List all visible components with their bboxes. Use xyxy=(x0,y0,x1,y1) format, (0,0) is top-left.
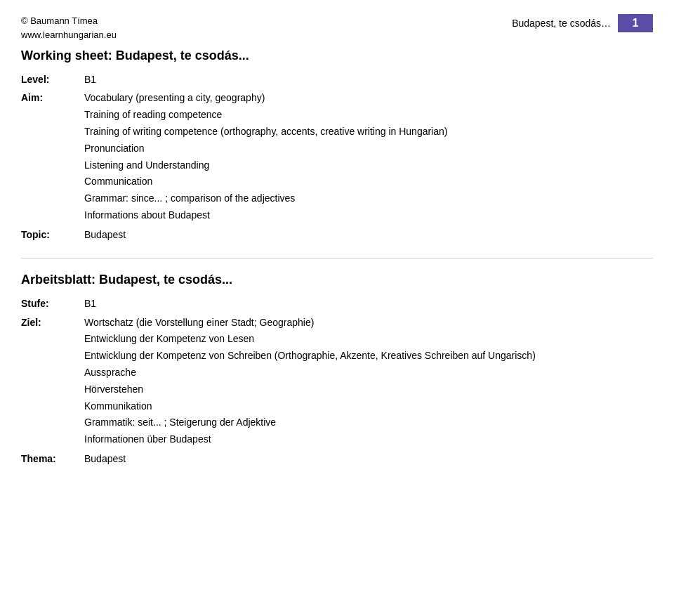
stufe-value: B1 xyxy=(84,294,653,313)
ziel-row: Ziel: Wortschatz (die Vorstellung einer … xyxy=(21,313,653,450)
ziel-label: Ziel: xyxy=(21,313,84,450)
german-section-title: Arbeitsblatt: Budapest, te csodás... xyxy=(21,273,653,287)
thema-row: Thema: Budapest xyxy=(21,450,653,468)
page-number-badge: 1 xyxy=(618,14,653,32)
ziel-item: Aussprache xyxy=(84,365,653,381)
ziel-items-container: Wortschatz (die Vorstellung einer Stadt;… xyxy=(84,315,653,448)
aim-label: Aim: xyxy=(21,89,84,225)
aim-item: Pronunciation xyxy=(84,140,653,157)
german-section: Arbeitsblatt: Budapest, te csodás... Stu… xyxy=(21,273,653,468)
topic-row: Topic: Budapest xyxy=(21,225,653,244)
topic-label: Topic: xyxy=(21,225,84,244)
ziel-item: Kommunikation xyxy=(84,398,653,415)
page-container: © Baumann Tímea www.learnhungarian.eu Bu… xyxy=(0,0,674,485)
header-right: Budapest, te csodás… 1 xyxy=(512,14,653,32)
ziel-item: Grammatik: seit... ; Steigerung der Adje… xyxy=(84,414,653,431)
aim-item: Vocabulary (presenting a city, geography… xyxy=(84,90,653,107)
aim-items-container: Vocabulary (presenting a city, geography… xyxy=(84,90,653,223)
level-label: Level: xyxy=(21,70,84,89)
aim-item: Training of writing competence (orthogra… xyxy=(84,124,653,140)
aim-item: Communication xyxy=(84,173,653,190)
thema-label: Thema: xyxy=(21,450,84,468)
aim-item: Grammar: since... ; comparison of the ad… xyxy=(84,190,653,207)
ziel-item: Wortschatz (die Vorstellung einer Stadt;… xyxy=(84,315,653,332)
topic-value: Budapest xyxy=(84,225,653,244)
header-document-title: Budapest, te csodás… xyxy=(512,18,618,29)
website-url: www.learnhungarian.eu xyxy=(21,28,117,42)
aim-item: Informations about Budapest xyxy=(84,207,653,224)
stufe-row: Stufe: B1 xyxy=(21,294,653,313)
english-info-table: Level: B1 Aim: Vocabulary (presenting a … xyxy=(21,70,653,244)
ziel-item: Entwicklung der Kompetenz von Lesen xyxy=(84,331,653,348)
aim-item: Listening and Understanding xyxy=(84,157,653,174)
english-section-title: Working sheet: Budapest, te csodás... xyxy=(21,48,653,63)
section-divider xyxy=(21,258,653,258)
english-section: Working sheet: Budapest, te csodás... Le… xyxy=(21,48,653,244)
page-header: © Baumann Tímea www.learnhungarian.eu Bu… xyxy=(21,14,653,41)
ziel-item: Entwicklung der Kompetenz von Schreiben … xyxy=(84,348,653,365)
author-name: © Baumann Tímea xyxy=(21,14,117,28)
level-value: B1 xyxy=(84,70,653,89)
level-row: Level: B1 xyxy=(21,70,653,89)
aim-row: Aim: Vocabulary (presenting a city, geog… xyxy=(21,89,653,225)
german-info-table: Stufe: B1 Ziel: Wortschatz (die Vorstell… xyxy=(21,294,653,468)
ziel-item: Informationen über Budapest xyxy=(84,431,653,448)
stufe-label: Stufe: xyxy=(21,294,84,313)
aim-item: Training of reading competence xyxy=(84,107,653,124)
ziel-item: Hörverstehen xyxy=(84,381,653,398)
thema-value: Budapest xyxy=(84,450,653,468)
header-left: © Baumann Tímea www.learnhungarian.eu xyxy=(21,14,117,41)
